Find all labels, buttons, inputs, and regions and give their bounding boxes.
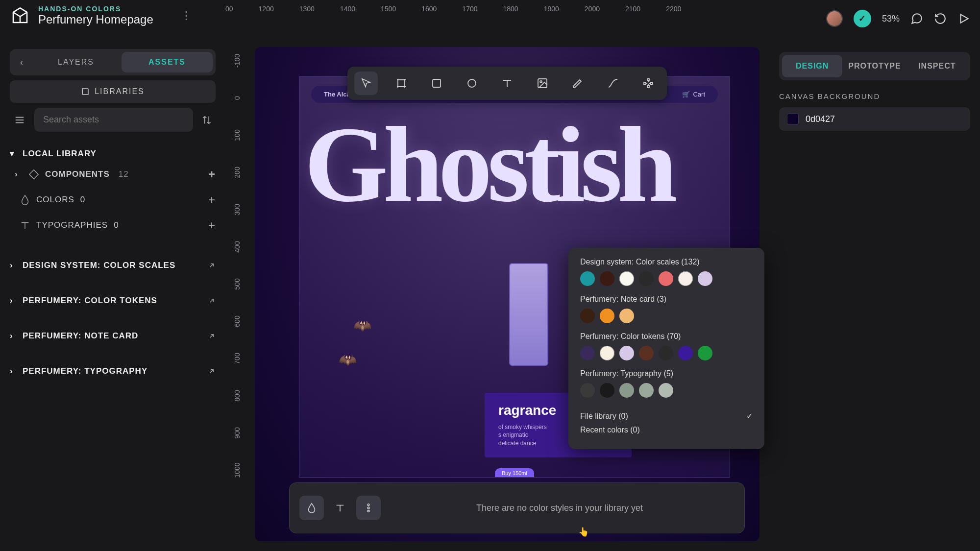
popover-section-title[interactable]: Design system: Color scales (132) [580, 258, 753, 266]
color-swatch[interactable] [580, 271, 595, 286]
color-swatch[interactable] [678, 346, 693, 360]
svg-point-1 [468, 79, 476, 87]
breadcrumb-label[interactable]: HANDS-ON COLORS [38, 5, 153, 13]
image-tool[interactable] [531, 72, 554, 95]
recent-colors-row[interactable]: Recent colors (0) [580, 426, 753, 439]
libraries-label: LIBRARIES [95, 87, 145, 96]
popover-section-title[interactable]: Perfumery: Color tokens (70) [580, 332, 753, 341]
popover-section-title[interactable]: Perfumery: Note card (3) [580, 295, 753, 304]
external-link-icon[interactable] [208, 297, 216, 305]
book-icon [81, 87, 90, 96]
section-typographies[interactable]: TYPOGRAPHIES 0 + [10, 213, 216, 238]
ellipse-tool[interactable] [460, 72, 484, 95]
frame-tool[interactable] [390, 72, 413, 95]
tab-prototype[interactable]: PROTOTYPE [844, 55, 905, 77]
canvas-bg-color-input[interactable]: 0d0427 [779, 107, 970, 131]
history-icon[interactable] [934, 12, 947, 25]
file-library-row[interactable]: File library (0)✓ [580, 407, 753, 426]
pen-tool[interactable] [566, 72, 589, 95]
svg-point-4 [368, 504, 369, 506]
drop-tab[interactable] [299, 496, 324, 520]
tab-inspect[interactable]: INSPECT [907, 55, 967, 77]
tab-design[interactable]: DESIGN [782, 55, 842, 77]
text-tab[interactable] [328, 496, 352, 520]
color-swatch[interactable] [639, 271, 654, 286]
add-color-button[interactable]: + [208, 193, 216, 207]
svg-point-5 [368, 507, 369, 509]
palette-menu-button[interactable] [356, 496, 381, 520]
right-panel: DESIGN PROTOTYPE INSPECT CANVAS BACKGROU… [769, 42, 980, 551]
sort-button[interactable] [198, 115, 216, 125]
section-perfumery-typography[interactable]: ›PERFUMERY: TYPOGRAPHY [10, 363, 216, 379]
curve-tool[interactable] [601, 72, 625, 95]
move-tool[interactable] [354, 72, 378, 95]
svg-point-6 [368, 510, 369, 512]
color-swatch[interactable] [659, 383, 673, 398]
list-view-button[interactable] [10, 108, 29, 132]
color-swatch[interactable] [580, 309, 595, 323]
color-swatch[interactable] [619, 346, 634, 360]
text-icon [20, 220, 30, 231]
rectangle-tool[interactable] [425, 72, 448, 95]
bat-icon: 🦇 [339, 351, 357, 368]
text-tool[interactable] [495, 72, 519, 95]
color-swatch[interactable] [619, 271, 634, 286]
vertical-ruler: -10001002003004005006007008009001000 [225, 42, 249, 551]
cart-icon: 🛒 [682, 91, 690, 98]
external-link-icon[interactable] [208, 367, 216, 375]
plugins-tool[interactable] [637, 72, 660, 95]
color-swatch[interactable] [698, 346, 712, 360]
section-colors[interactable]: COLORS 0 + [10, 187, 216, 213]
hero-text: Ghostish [299, 112, 730, 208]
add-component-button[interactable]: + [208, 168, 216, 181]
section-perfumery-note-card[interactable]: ›PERFUMERY: NOTE CARD [10, 328, 216, 344]
external-link-icon[interactable] [208, 332, 216, 340]
color-swatch[interactable] [678, 271, 693, 286]
color-swatch[interactable] [619, 383, 634, 398]
color-swatch[interactable] [639, 346, 654, 360]
libraries-button[interactable]: LIBRARIES [10, 80, 216, 103]
color-swatch[interactable] [639, 383, 654, 398]
add-typography-button[interactable]: + [208, 218, 216, 232]
section-perfumery-color-tokens[interactable]: ›PERFUMERY: COLOR TOKENS [10, 293, 216, 309]
svg-point-3 [540, 81, 542, 83]
sync-status-icon[interactable]: ✓ [854, 10, 871, 27]
color-swatch[interactable] [698, 271, 712, 286]
color-swatch[interactable] [659, 271, 673, 286]
tab-layers[interactable]: LAYERS [30, 52, 122, 72]
tab-assets[interactable]: ASSETS [122, 52, 213, 72]
color-swatch[interactable] [600, 383, 614, 398]
section-local-library[interactable]: ▾ LOCAL LIBRARY [10, 145, 216, 162]
popover-section-title[interactable]: Perfumery: Typography (5) [580, 369, 753, 378]
page-title[interactable]: Perfumery Homepage [38, 13, 153, 26]
comment-icon[interactable] [910, 12, 923, 25]
color-swatch[interactable] [600, 309, 614, 323]
tools-toolbar [347, 67, 667, 100]
color-swatch[interactable] [600, 346, 614, 360]
zoom-level[interactable]: 53% [882, 14, 900, 24]
diamond-icon [28, 169, 39, 180]
section-components[interactable]: › COMPONENTS 12 + [10, 162, 216, 187]
drop-icon [20, 194, 30, 205]
section-design-system-color-scales[interactable]: ›DESIGN SYSTEM: COLOR SCALES [10, 258, 216, 273]
nav-back-button[interactable]: ‹ [13, 57, 30, 68]
color-swatch[interactable] [600, 271, 614, 286]
color-swatch[interactable] [619, 309, 634, 323]
search-input[interactable] [34, 108, 193, 132]
buy-button: Buy 150ml [495, 468, 534, 478]
page-menu-button[interactable]: ⋮ [181, 9, 192, 22]
breadcrumb: HANDS-ON COLORS Perfumery Homepage ⋮ [10, 5, 192, 26]
app-logo-icon [10, 5, 30, 26]
play-icon[interactable] [957, 12, 970, 25]
bottle-illustration [509, 263, 548, 366]
color-swatch[interactable] [659, 346, 673, 360]
color-swatch[interactable] [580, 383, 595, 398]
canvas-bg-label: CANVAS BACKGROUND [779, 92, 970, 100]
color-library-popover: Design system: Color scales (132) Perfum… [568, 248, 764, 449]
color-chip[interactable] [787, 113, 799, 125]
avatar[interactable] [826, 10, 843, 27]
checkmark-icon: ✓ [746, 411, 753, 421]
canvas[interactable]: -10001002003004005006007008009001000 The… [225, 42, 769, 551]
external-link-icon[interactable] [208, 262, 216, 269]
color-swatch[interactable] [580, 346, 595, 360]
